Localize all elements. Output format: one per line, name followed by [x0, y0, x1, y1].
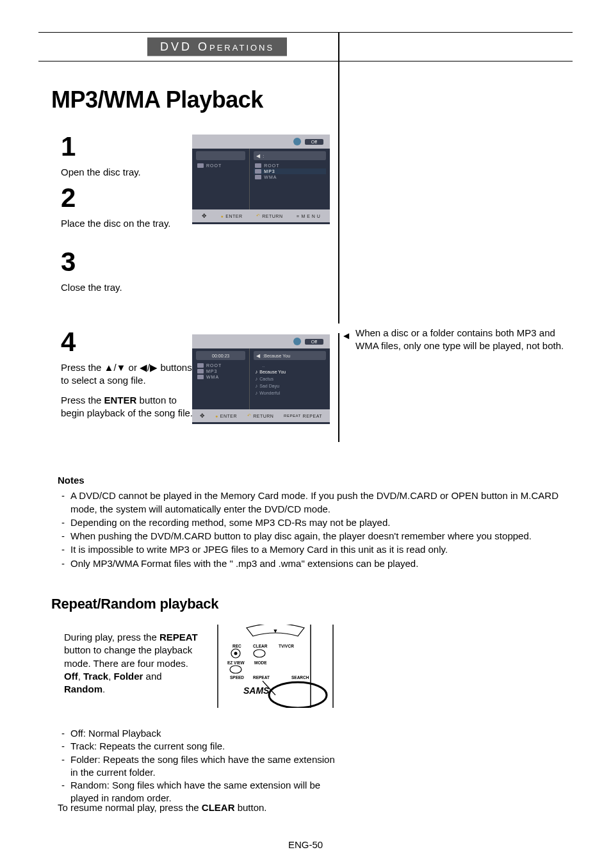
- note-item: It is impossible to write MP3 or JPEG fi…: [58, 543, 564, 556]
- step-1: 1 Open the disc tray.: [61, 131, 189, 179]
- step4-t1b: or: [126, 362, 140, 373]
- remote-dpad[interactable]: ▼: [247, 625, 304, 636]
- ui1-item-root[interactable]: ROOT: [254, 163, 326, 168]
- remote-search-label: SEARCH: [291, 675, 309, 680]
- note-item: When pushing the DVD/M.CARD button to pl…: [58, 530, 564, 543]
- repeat-paragraph: During play, press the REPEAT button to …: [64, 631, 205, 696]
- resume-clear-bold: CLEAR: [202, 802, 235, 813]
- ui1-menu-key: ≡M E N U: [297, 214, 321, 218]
- remote-mode-label: MODE: [254, 660, 267, 665]
- svg-point-4: [234, 652, 238, 655]
- sidenote-arrow-icon: ◀: [343, 331, 349, 340]
- ui1-left-root-label: ROOT: [206, 163, 222, 168]
- mode-folder: Folder: Repeats the song files which hav…: [58, 753, 339, 780]
- ui2-song-parent[interactable]: ..: [254, 363, 326, 368]
- ui1-topbar: Off: [192, 135, 330, 149]
- ui2-song-2[interactable]: ♪Cactus: [254, 375, 326, 382]
- ui2-song-2-label: Cactus: [259, 377, 273, 381]
- ui1-item-mp3-label: MP3: [264, 169, 275, 174]
- note-icon: ♪: [255, 369, 257, 375]
- step-2-number: 2: [61, 183, 189, 213]
- step-4-text-2: Press the ENTER button to begin playback…: [61, 394, 195, 420]
- ui2-song-1[interactable]: ♪Because You: [254, 368, 326, 375]
- rp-c2: ,: [108, 671, 113, 682]
- remote-repeat-label: REPEAT: [253, 675, 270, 680]
- rp-random: Random: [64, 684, 102, 694]
- step-3-number: 3: [61, 247, 189, 277]
- step-3-text: Close the tray.: [61, 281, 189, 294]
- ui2-timer: 00:00:23: [212, 354, 229, 358]
- step-4: 4 Press the ▲/▼ or ◀/▶ buttons to select…: [61, 327, 195, 420]
- resume-b: button.: [235, 802, 267, 813]
- ui1-item-mp3[interactable]: MP3: [254, 168, 326, 174]
- remote-ezview-label: EZ VIEW: [227, 660, 245, 665]
- page-title: MP3/WMA Playback: [51, 86, 263, 113]
- remote-ezview-button[interactable]: [230, 666, 241, 673]
- step-1-text: Open the disc tray.: [61, 166, 189, 179]
- rp-off: Off: [64, 671, 78, 682]
- disc-icon: [293, 338, 301, 345]
- folder-icon: [255, 175, 261, 179]
- ui2-enter-label: ENTER: [220, 414, 237, 418]
- step-3: 3 Close the tray.: [61, 247, 189, 294]
- ui1-right-header: ◀:: [254, 151, 326, 160]
- mode-random: Random: Song files which have the same e…: [58, 779, 339, 805]
- svg-text:▼: ▼: [273, 628, 279, 634]
- ui1-navkeys: ✥: [202, 213, 208, 219]
- remote-illustration: ▼ REC CLEAR TV/VCR EZ VIEW MODE SPEED RE…: [215, 625, 336, 708]
- ui2-left-mp3-label: MP3: [206, 369, 217, 373]
- folder-icon: [255, 163, 261, 168]
- notes-title: Notes: [58, 474, 564, 487]
- divider-vertical-2: [338, 333, 339, 442]
- remote-rec-label: REC: [232, 644, 241, 648]
- resume-line: To resume normal play, press the CLEAR b…: [58, 802, 267, 813]
- ui1-left-root[interactable]: ROOT: [196, 163, 245, 168]
- step4-t1a: Press the: [61, 362, 104, 373]
- page-number: ENG-50: [0, 839, 611, 850]
- ui1-return-key: ↶RETURN: [256, 213, 283, 218]
- notes-section: Notes A DVD/CD cannot be played in the M…: [58, 474, 564, 571]
- rp-track: Track: [83, 671, 108, 682]
- ui2-left-mp3[interactable]: MP3: [196, 368, 245, 374]
- rp-c1: ,: [78, 671, 83, 682]
- disc-icon: [293, 138, 301, 145]
- ui2-left-root[interactable]: ROOT: [196, 363, 245, 368]
- ui2-song-4[interactable]: ♪Wonderful: [254, 389, 326, 397]
- ui1-enter-key: ●ENTER: [220, 214, 242, 218]
- remote-clear-button[interactable]: [254, 650, 265, 657]
- ui2-topbar: Off: [192, 334, 330, 348]
- ui1-menu-label: M E N U: [301, 214, 320, 218]
- step-2: 2 Place the disc on the tray.: [61, 183, 189, 230]
- header-text-rest: PERATIONS: [209, 43, 274, 53]
- ui2-enter-key: ●ENTER: [215, 414, 237, 418]
- ui1-enter-label: ENTER: [225, 214, 242, 218]
- ui2-off-label: Off: [305, 339, 323, 345]
- rp-folder: Folder: [114, 671, 143, 682]
- ui2-navkeys: ✥: [200, 413, 206, 419]
- sidenote-text: When a disc or a folder contains both MP…: [355, 327, 580, 353]
- folder-icon: [197, 375, 204, 379]
- ui2-bottombar: ✥ ●ENTER ↶RETURN REPEAT REPEAT: [192, 409, 330, 422]
- rp-b: button to change the playback mode. Ther…: [64, 644, 192, 668]
- ui2-song-1-label: Because You: [259, 370, 286, 374]
- ui2-left-wma[interactable]: WMA: [196, 374, 245, 380]
- ui-screen-1: Off ROOT ◀: ROOT MP3 WMA ✥ ●ENTER ↶RETUR…: [192, 135, 330, 224]
- folder-icon: [255, 364, 260, 368]
- mode-off: Off: Normal Playback: [58, 727, 339, 740]
- ui2-song-3-label: Sad Dayu: [259, 384, 279, 388]
- rp-period: .: [102, 684, 105, 694]
- step-4-text-1: Press the ▲/▼ or ◀/▶ buttons to select a…: [61, 361, 195, 388]
- callout-circle: [269, 682, 327, 708]
- ui2-left-header: 00:00:23: [196, 351, 245, 360]
- ui1-item-wma[interactable]: WMA: [254, 174, 326, 180]
- ui2-song-0: ..: [262, 363, 265, 368]
- ui2-song-3[interactable]: ♪Sad Dayu: [254, 382, 326, 389]
- modes-list: Off: Normal Playback Track: Repeats the …: [58, 727, 339, 805]
- step-2-text: Place the disc on the tray.: [61, 217, 189, 230]
- remote-speed-label: SPEED: [230, 675, 244, 680]
- step4-enter-bold: ENTER: [104, 395, 137, 405]
- resume-a: To resume normal play, press the: [58, 802, 202, 813]
- remote-tvvcr-label: TV/VCR: [279, 644, 294, 648]
- speaker-icon: ◀: [256, 153, 260, 159]
- ui2-nowplaying: Because You: [264, 354, 290, 358]
